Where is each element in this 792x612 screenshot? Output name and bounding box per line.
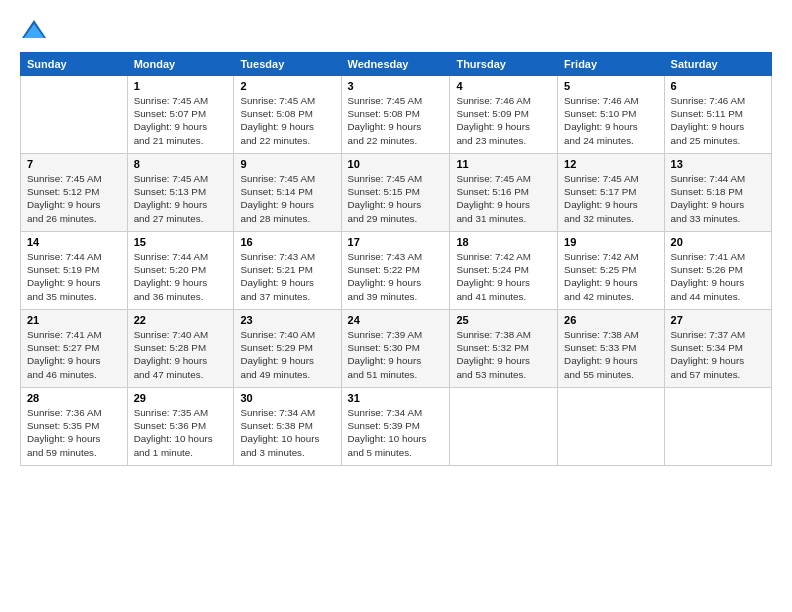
calendar-cell — [558, 388, 664, 466]
calendar-cell: 4Sunrise: 7:46 AM Sunset: 5:09 PM Daylig… — [450, 76, 558, 154]
day-number: 21 — [27, 314, 121, 326]
week-row: 21Sunrise: 7:41 AM Sunset: 5:27 PM Dayli… — [21, 310, 772, 388]
day-info: Sunrise: 7:37 AM Sunset: 5:34 PM Dayligh… — [671, 328, 765, 381]
day-info: Sunrise: 7:45 AM Sunset: 5:14 PM Dayligh… — [240, 172, 334, 225]
calendar-cell: 15Sunrise: 7:44 AM Sunset: 5:20 PM Dayli… — [127, 232, 234, 310]
day-number: 18 — [456, 236, 551, 248]
calendar-cell: 1Sunrise: 7:45 AM Sunset: 5:07 PM Daylig… — [127, 76, 234, 154]
calendar-cell: 31Sunrise: 7:34 AM Sunset: 5:39 PM Dayli… — [341, 388, 450, 466]
header-day: Saturday — [664, 53, 771, 76]
day-info: Sunrise: 7:45 AM Sunset: 5:17 PM Dayligh… — [564, 172, 657, 225]
calendar-cell: 22Sunrise: 7:40 AM Sunset: 5:28 PM Dayli… — [127, 310, 234, 388]
day-number: 6 — [671, 80, 765, 92]
day-number: 8 — [134, 158, 228, 170]
header-row: SundayMondayTuesdayWednesdayThursdayFrid… — [21, 53, 772, 76]
week-row: 1Sunrise: 7:45 AM Sunset: 5:07 PM Daylig… — [21, 76, 772, 154]
day-info: Sunrise: 7:45 AM Sunset: 5:16 PM Dayligh… — [456, 172, 551, 225]
day-info: Sunrise: 7:34 AM Sunset: 5:38 PM Dayligh… — [240, 406, 334, 459]
day-info: Sunrise: 7:40 AM Sunset: 5:29 PM Dayligh… — [240, 328, 334, 381]
day-info: Sunrise: 7:42 AM Sunset: 5:25 PM Dayligh… — [564, 250, 657, 303]
day-number: 20 — [671, 236, 765, 248]
day-info: Sunrise: 7:46 AM Sunset: 5:09 PM Dayligh… — [456, 94, 551, 147]
calendar-cell — [450, 388, 558, 466]
week-row: 28Sunrise: 7:36 AM Sunset: 5:35 PM Dayli… — [21, 388, 772, 466]
day-info: Sunrise: 7:43 AM Sunset: 5:22 PM Dayligh… — [348, 250, 444, 303]
calendar-table: SundayMondayTuesdayWednesdayThursdayFrid… — [20, 52, 772, 466]
header-day: Tuesday — [234, 53, 341, 76]
day-info: Sunrise: 7:45 AM Sunset: 5:07 PM Dayligh… — [134, 94, 228, 147]
header — [20, 16, 772, 44]
header-day: Thursday — [450, 53, 558, 76]
day-number: 31 — [348, 392, 444, 404]
day-number: 23 — [240, 314, 334, 326]
day-number: 11 — [456, 158, 551, 170]
week-row: 14Sunrise: 7:44 AM Sunset: 5:19 PM Dayli… — [21, 232, 772, 310]
calendar-cell: 26Sunrise: 7:38 AM Sunset: 5:33 PM Dayli… — [558, 310, 664, 388]
calendar-cell: 11Sunrise: 7:45 AM Sunset: 5:16 PM Dayli… — [450, 154, 558, 232]
day-number: 4 — [456, 80, 551, 92]
day-number: 26 — [564, 314, 657, 326]
calendar-cell: 13Sunrise: 7:44 AM Sunset: 5:18 PM Dayli… — [664, 154, 771, 232]
calendar-cell: 3Sunrise: 7:45 AM Sunset: 5:08 PM Daylig… — [341, 76, 450, 154]
header-day: Sunday — [21, 53, 128, 76]
calendar-cell: 12Sunrise: 7:45 AM Sunset: 5:17 PM Dayli… — [558, 154, 664, 232]
calendar-cell — [664, 388, 771, 466]
calendar-cell: 18Sunrise: 7:42 AM Sunset: 5:24 PM Dayli… — [450, 232, 558, 310]
day-number: 2 — [240, 80, 334, 92]
day-number: 22 — [134, 314, 228, 326]
day-info: Sunrise: 7:36 AM Sunset: 5:35 PM Dayligh… — [27, 406, 121, 459]
logo-icon — [20, 16, 48, 44]
day-number: 12 — [564, 158, 657, 170]
day-number: 30 — [240, 392, 334, 404]
day-number: 5 — [564, 80, 657, 92]
calendar-cell: 27Sunrise: 7:37 AM Sunset: 5:34 PM Dayli… — [664, 310, 771, 388]
header-day: Wednesday — [341, 53, 450, 76]
day-number: 3 — [348, 80, 444, 92]
day-info: Sunrise: 7:44 AM Sunset: 5:19 PM Dayligh… — [27, 250, 121, 303]
calendar-cell: 28Sunrise: 7:36 AM Sunset: 5:35 PM Dayli… — [21, 388, 128, 466]
day-info: Sunrise: 7:42 AM Sunset: 5:24 PM Dayligh… — [456, 250, 551, 303]
calendar-cell: 16Sunrise: 7:43 AM Sunset: 5:21 PM Dayli… — [234, 232, 341, 310]
day-number: 1 — [134, 80, 228, 92]
day-number: 24 — [348, 314, 444, 326]
day-info: Sunrise: 7:35 AM Sunset: 5:36 PM Dayligh… — [134, 406, 228, 459]
calendar-cell: 17Sunrise: 7:43 AM Sunset: 5:22 PM Dayli… — [341, 232, 450, 310]
day-number: 7 — [27, 158, 121, 170]
calendar-cell: 6Sunrise: 7:46 AM Sunset: 5:11 PM Daylig… — [664, 76, 771, 154]
calendar-cell: 23Sunrise: 7:40 AM Sunset: 5:29 PM Dayli… — [234, 310, 341, 388]
day-info: Sunrise: 7:45 AM Sunset: 5:08 PM Dayligh… — [348, 94, 444, 147]
calendar-cell: 10Sunrise: 7:45 AM Sunset: 5:15 PM Dayli… — [341, 154, 450, 232]
day-info: Sunrise: 7:40 AM Sunset: 5:28 PM Dayligh… — [134, 328, 228, 381]
day-number: 27 — [671, 314, 765, 326]
day-number: 13 — [671, 158, 765, 170]
day-info: Sunrise: 7:41 AM Sunset: 5:27 PM Dayligh… — [27, 328, 121, 381]
calendar-cell: 5Sunrise: 7:46 AM Sunset: 5:10 PM Daylig… — [558, 76, 664, 154]
day-info: Sunrise: 7:45 AM Sunset: 5:13 PM Dayligh… — [134, 172, 228, 225]
day-number: 16 — [240, 236, 334, 248]
calendar-cell: 24Sunrise: 7:39 AM Sunset: 5:30 PM Dayli… — [341, 310, 450, 388]
day-number: 15 — [134, 236, 228, 248]
calendar-cell: 8Sunrise: 7:45 AM Sunset: 5:13 PM Daylig… — [127, 154, 234, 232]
day-info: Sunrise: 7:45 AM Sunset: 5:08 PM Dayligh… — [240, 94, 334, 147]
day-info: Sunrise: 7:43 AM Sunset: 5:21 PM Dayligh… — [240, 250, 334, 303]
week-row: 7Sunrise: 7:45 AM Sunset: 5:12 PM Daylig… — [21, 154, 772, 232]
calendar-cell: 7Sunrise: 7:45 AM Sunset: 5:12 PM Daylig… — [21, 154, 128, 232]
day-number: 9 — [240, 158, 334, 170]
day-number: 29 — [134, 392, 228, 404]
day-number: 10 — [348, 158, 444, 170]
calendar-cell: 29Sunrise: 7:35 AM Sunset: 5:36 PM Dayli… — [127, 388, 234, 466]
calendar-page: SundayMondayTuesdayWednesdayThursdayFrid… — [0, 0, 792, 612]
calendar-cell: 2Sunrise: 7:45 AM Sunset: 5:08 PM Daylig… — [234, 76, 341, 154]
calendar-cell: 19Sunrise: 7:42 AM Sunset: 5:25 PM Dayli… — [558, 232, 664, 310]
day-number: 17 — [348, 236, 444, 248]
calendar-cell: 20Sunrise: 7:41 AM Sunset: 5:26 PM Dayli… — [664, 232, 771, 310]
calendar-cell: 30Sunrise: 7:34 AM Sunset: 5:38 PM Dayli… — [234, 388, 341, 466]
calendar-cell: 9Sunrise: 7:45 AM Sunset: 5:14 PM Daylig… — [234, 154, 341, 232]
day-info: Sunrise: 7:41 AM Sunset: 5:26 PM Dayligh… — [671, 250, 765, 303]
header-day: Friday — [558, 53, 664, 76]
day-info: Sunrise: 7:39 AM Sunset: 5:30 PM Dayligh… — [348, 328, 444, 381]
day-number: 28 — [27, 392, 121, 404]
header-day: Monday — [127, 53, 234, 76]
day-info: Sunrise: 7:46 AM Sunset: 5:11 PM Dayligh… — [671, 94, 765, 147]
calendar-cell: 21Sunrise: 7:41 AM Sunset: 5:27 PM Dayli… — [21, 310, 128, 388]
